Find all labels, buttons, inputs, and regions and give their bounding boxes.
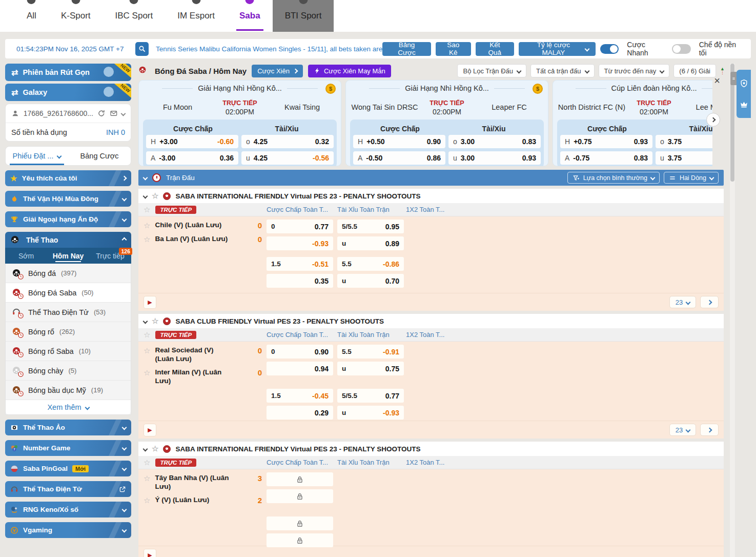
star-icon[interactable]: ☆	[152, 444, 158, 453]
tab-k-sport[interactable]: K-Sport	[49, 0, 103, 32]
sidebar-item-esports[interactable]: Thể Thao Điện Tử (53)	[6, 303, 131, 322]
play-stream-button[interactable]: ▶	[144, 549, 156, 557]
shield-star-icon[interactable]	[740, 79, 748, 88]
column-1x2[interactable]: 1X2 Toàn T...	[406, 459, 444, 466]
view-mode-dropdown[interactable]: Hai Dòng	[664, 172, 719, 184]
odds-cell[interactable]: u0.75	[337, 362, 404, 375]
compact-version-banner[interactable]: ⇄ Phiên bản Rút Gọn NEW	[5, 64, 131, 81]
league-count-button[interactable]: (6 / 6) Giải	[673, 64, 716, 77]
star-icon[interactable]: ☆	[144, 458, 150, 467]
odds-cell[interactable]: A-0.750.83	[560, 151, 652, 165]
odds-cell[interactable]: H+0.750.93	[560, 135, 652, 148]
time-range-dropdown[interactable]: Từ trước đến nay	[599, 64, 670, 77]
side-widget[interactable]	[737, 70, 751, 118]
play-stream-button[interactable]: ▶	[144, 424, 156, 436]
odds-cell[interactable]: H+3.00-0.60	[146, 135, 238, 148]
featured-next-button[interactable]	[706, 113, 720, 127]
tab-bet-ticket[interactable]: Phiếu Đặt ...	[6, 147, 68, 165]
tab-im-esport[interactable]: IM Esport	[165, 0, 227, 32]
refresh-icon[interactable]	[97, 109, 106, 117]
odds-cell[interactable]: u0.70	[337, 274, 404, 288]
statement-button[interactable]: Sao Kê	[436, 42, 471, 56]
sidebar-item-vgaming[interactable]: Vgaming	[5, 522, 131, 538]
column-over-under[interactable]: Tài Xỉu Toàn Trận	[337, 331, 390, 339]
tab-bet-list[interactable]: Bảng Cược	[68, 147, 131, 165]
all-matches-dropdown[interactable]: Tất cả trận đấu	[530, 64, 594, 77]
odds-cell[interactable]: 5.5-0.86	[337, 257, 404, 271]
sort-icon[interactable]: ▲⋮	[720, 67, 725, 74]
sort-mode-dropdown[interactable]: Lựa chọn bình thường	[567, 172, 660, 184]
odds-cell[interactable]: u4.25-0.56	[241, 151, 334, 165]
odds-cell[interactable]: A-0.500.86	[353, 151, 445, 165]
star-icon[interactable]: ☆	[144, 346, 150, 355]
sidebar-item-winter-games[interactable]: Thế Vận Hội Mùa Đông	[5, 191, 131, 207]
galaxy-banner[interactable]: ⇄ Galaxy NEW	[5, 84, 131, 101]
match-filter-dropdown[interactable]: Bộ Lọc Trận Đấu	[457, 64, 526, 77]
column-1x2[interactable]: 1X2 Toàn T...	[406, 331, 444, 339]
sidebar-item-american-football[interactable]: Bóng bầu dục Mỹ (19)	[6, 381, 131, 400]
quick-bet-toggle[interactable]	[600, 44, 619, 54]
sidebar-item-saba-soccer[interactable]: Bóng Đá Saba (50)	[6, 283, 131, 303]
star-icon[interactable]: ☆	[144, 205, 150, 214]
next-page-button[interactable]	[700, 424, 719, 436]
odds-cell[interactable]: 0.94	[267, 362, 333, 375]
market-count-dropdown[interactable]: 23	[669, 296, 696, 308]
odds-cell[interactable]: 5.5-0.91	[337, 345, 404, 359]
close-icon[interactable]: ×	[711, 75, 723, 86]
chevron-down-icon[interactable]	[121, 111, 126, 116]
star-icon[interactable]: ☆	[144, 368, 150, 377]
odds-cell[interactable]: A-3.000.36	[146, 151, 238, 165]
search-button[interactable]	[135, 42, 149, 56]
bet-slip-button[interactable]: Bảng Cược	[382, 42, 431, 56]
odds-type-dropdown[interactable]: Tỷ lệ cược MALAY	[519, 42, 596, 56]
tab-ibc-sport[interactable]: IBC Sport	[103, 0, 166, 32]
odds-cell[interactable]: u0.89	[337, 236, 404, 250]
tab-early[interactable]: Sớm	[5, 248, 47, 264]
sidebar-item-basketball[interactable]: Bóng rổ (262)	[6, 322, 131, 342]
star-icon[interactable]: ☆	[152, 316, 158, 326]
tab-bti-sport[interactable]: BTI Sport	[273, 0, 334, 32]
column-handicap[interactable]: Cược Chấp Toàn T...	[267, 206, 328, 213]
odds-cell[interactable]: 0.35	[267, 274, 333, 288]
column-over-under[interactable]: Tài Xỉu Toàn Trận	[337, 206, 390, 213]
next-page-button[interactable]	[700, 296, 719, 308]
star-icon[interactable]: ☆	[144, 221, 150, 230]
odds-cell[interactable]: H+0.500.90	[353, 135, 445, 148]
sidebar-item-esports-external[interactable]: Thể Thao Điện Tử	[5, 481, 131, 497]
search-input[interactable]: Tennis Series Malibu California Women Si…	[156, 45, 382, 53]
odds-cell[interactable]: -0.93	[267, 236, 333, 250]
parlay-button[interactable]: Cược Xiên	[252, 65, 303, 77]
odds-cell[interactable]: u3.000.93	[448, 151, 541, 165]
tab-live[interactable]: Trực tiếp126	[89, 248, 131, 264]
odds-cell[interactable]: 5/5.50.77	[337, 389, 404, 403]
sidebar-item-saba-pingoal[interactable]: Saba PinGoal Mới	[5, 461, 131, 476]
odds-cell[interactable]: u-0.93	[337, 406, 404, 420]
sidebar-item-favorites[interactable]: ★ Yêu thích của tôi	[5, 170, 131, 186]
league-header[interactable]: ☆ SABA CLUB FRIENDLY Virtual PES 23 - PE…	[138, 314, 724, 328]
tab-today[interactable]: Hôm Nay	[47, 248, 89, 264]
mail-icon[interactable]	[110, 109, 118, 117]
sidebar-item-soccer[interactable]: Bóng đá (397)	[6, 264, 131, 283]
sidebar-item-saba-basketball[interactable]: Bóng rổ Saba (10)	[6, 342, 131, 361]
odds-cell[interactable]: 1.5-0.51	[267, 257, 333, 271]
league-header[interactable]: ☆ SABA INTERNATIONAL FRIENDLY Virtual PE…	[138, 189, 724, 203]
column-1x2[interactable]: 1X2 Toàn T...	[406, 206, 444, 213]
star-icon[interactable]: ☆	[144, 474, 150, 483]
odds-cell[interactable]: 00.77	[267, 220, 333, 233]
star-icon[interactable]: ☆	[144, 496, 150, 505]
star-icon[interactable]: ☆	[152, 191, 158, 201]
sidebar-item-baseball[interactable]: Bóng chày (5)	[6, 361, 131, 381]
sidebar-item-number-game[interactable]: Number Game	[5, 440, 131, 456]
play-stream-button[interactable]: ▶	[144, 296, 156, 309]
odds-cell[interactable]: o4.250.32	[241, 135, 334, 148]
crown-icon[interactable]	[740, 100, 748, 109]
star-icon[interactable]: ☆	[144, 235, 150, 244]
odds-cell[interactable]: 0.29	[267, 406, 333, 420]
odds-cell[interactable]: o3.75	[656, 135, 712, 148]
market-count-dropdown[interactable]: 23	[669, 424, 696, 436]
column-handicap[interactable]: Cược Chấp Toàn T...	[267, 459, 328, 466]
tab-all[interactable]: All	[14, 0, 49, 32]
sidebar-item-sports[interactable]: Thể Thao	[5, 232, 131, 248]
odds-cell[interactable]: u3.75	[656, 151, 712, 165]
dark-mode-toggle[interactable]	[672, 44, 690, 54]
